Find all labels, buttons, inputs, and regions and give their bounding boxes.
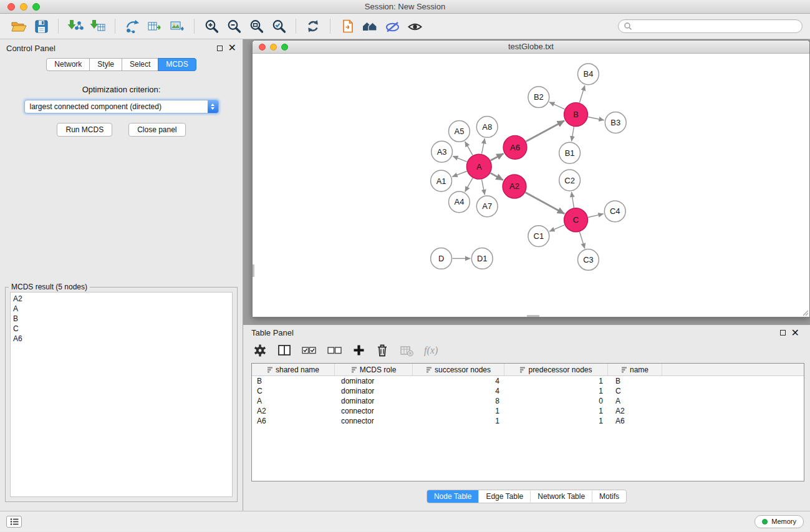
table-row[interactable]: Adominator80A [252,396,804,406]
table-cell[interactable]: 1 [504,376,608,386]
import-table-file-icon[interactable] [87,16,109,36]
table-cell[interactable]: B [608,376,662,386]
network-edge-B-B2[interactable] [549,102,565,109]
tab-mcds[interactable]: MCDS [158,58,196,71]
table-cell[interactable]: 4 [413,376,504,386]
tab-style[interactable]: Style [89,58,122,71]
column-split-icon[interactable] [277,344,291,357]
table-cell[interactable]: 0 [504,396,608,406]
network-node-A8[interactable]: A8 [476,117,498,138]
tab-select[interactable]: Select [122,58,158,71]
table-cell[interactable]: C [608,386,662,396]
network-close-button[interactable] [259,44,266,51]
network-edge-A2-C[interactable] [526,193,565,214]
table-cell[interactable]: 1 [413,406,504,416]
network-edge-A6-B[interactable] [526,120,565,141]
delete-trash-icon[interactable] [375,343,389,357]
network-node-A6[interactable]: A6 [503,135,527,159]
select-all-checkboxes-icon[interactable] [302,344,317,356]
network-node-A7[interactable]: A7 [476,196,498,217]
table-cell[interactable]: C [252,386,335,396]
table-cell[interactable]: 8 [413,396,504,406]
float-table-panel-icon[interactable] [780,330,786,336]
network-window-titlebar[interactable]: testGlobe.txt [253,41,809,54]
column-header-shared-name[interactable]: shared name [252,364,335,375]
table-cell[interactable]: A2 [252,406,335,416]
close-panel-icon[interactable]: ✕ [228,45,236,51]
vertical-scrollbar-stub[interactable] [253,264,254,277]
tab-edge-table[interactable]: Edge Table [478,490,530,503]
table-cell[interactable]: 1 [504,416,608,426]
network-edge-B-B1[interactable] [572,127,574,141]
float-panel-icon[interactable] [217,46,223,51]
network-edge-A-A8[interactable] [481,138,485,154]
network-edge-A-A2[interactable] [490,173,503,180]
zoom-window-button[interactable] [32,3,40,11]
network-edge-A-A5[interactable] [465,142,473,155]
mcds-result-list[interactable]: A2ABCA6 [10,292,233,497]
network-node-A1[interactable]: A1 [431,170,452,191]
tab-network[interactable]: Network [46,58,90,71]
table-row[interactable]: Bdominator41B [252,376,804,386]
network-minimize-button[interactable] [270,44,277,51]
zoom-in-icon[interactable] [200,16,223,36]
table-cell[interactable]: 1 [504,386,608,396]
new-network-arrows-icon[interactable] [121,16,143,36]
network-node-C2[interactable]: C2 [559,170,581,191]
table-cell[interactable]: dominator [335,376,413,386]
network-node-C4[interactable]: C4 [604,201,625,222]
table-cell[interactable]: connector [335,416,413,426]
horizontal-scrollbar-stub[interactable] [527,315,539,317]
table-cell[interactable]: 1 [504,406,608,416]
zoom-fit-icon[interactable] [245,16,268,36]
table-cell[interactable]: A [608,396,662,406]
network-node-D[interactable]: D [431,248,452,269]
document-arrow-icon[interactable] [336,16,359,36]
network-node-D1[interactable]: D1 [471,248,493,269]
network-node-B2[interactable]: B2 [528,87,549,108]
network-node-B4[interactable]: B4 [578,64,599,85]
network-node-A5[interactable]: A5 [449,120,470,142]
network-node-C1[interactable]: C1 [528,226,549,247]
network-edge-A-A6[interactable] [491,153,504,160]
result-item[interactable]: A [13,304,229,314]
network-node-A2[interactable]: A2 [503,175,526,198]
eye-icon[interactable] [403,16,426,36]
tab-node-table[interactable]: Node Table [427,490,479,503]
close-panel-button[interactable]: Close panel [128,123,185,137]
table-cell[interactable]: 1 [413,416,504,426]
search-field[interactable] [618,19,803,33]
zoom-out-icon[interactable] [223,16,245,36]
column-header-predecessor-nodes[interactable]: predecessor nodes [504,364,608,375]
network-node-B1[interactable]: B1 [559,142,581,163]
table-cell[interactable]: A6 [252,416,335,426]
run-mcds-button[interactable]: Run MCDS [57,123,112,137]
memory-button[interactable]: Memory [755,515,804,528]
table-cell[interactable]: A [252,396,335,406]
close-window-button[interactable] [7,3,15,11]
export-table-icon[interactable] [143,16,166,36]
import-network-file-icon[interactable] [64,16,87,36]
table-cell[interactable]: connector [335,406,413,416]
network-edge-B-B3[interactable] [588,117,604,120]
column-header-successor-nodes[interactable]: successor nodes [413,364,504,375]
search-input[interactable] [635,22,797,31]
table-row[interactable]: A6connector11A6 [252,416,804,426]
network-edge-C-C2[interactable] [571,192,574,208]
network-node-A4[interactable]: A4 [449,191,470,213]
network-node-C3[interactable]: C3 [578,249,599,271]
table-cell[interactable]: 4 [413,386,504,396]
table-cell[interactable]: A6 [608,416,662,426]
zoom-selected-icon[interactable] [268,16,290,36]
column-header-name[interactable]: name [608,364,662,375]
tab-network-table[interactable]: Network Table [530,490,592,503]
network-overview-houses-icon[interactable] [359,16,381,36]
column-header-mcds-role[interactable]: MCDS role [335,364,413,375]
table-settings-gear-icon[interactable] [253,344,267,357]
network-edge-C-C1[interactable] [549,225,564,231]
network-edge-C-C4[interactable] [588,214,604,218]
network-node-A[interactable]: A [466,154,491,179]
table-cell[interactable]: B [252,376,335,386]
result-item[interactable]: A2 [13,294,229,304]
task-history-button[interactable] [6,516,22,528]
